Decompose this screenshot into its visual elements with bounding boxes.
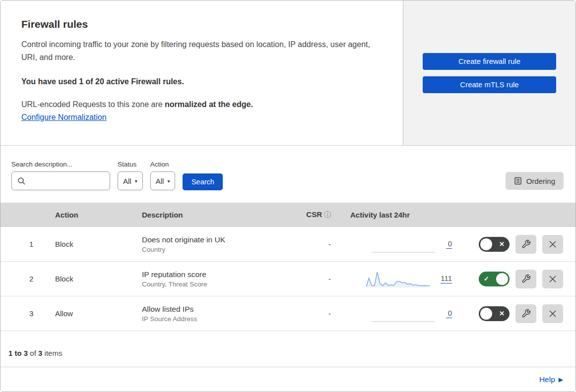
toggle-state-icon: ✕ (499, 240, 505, 248)
status-filter-group: Status All ▾ (118, 161, 143, 190)
create-mtls-rule-button[interactable]: Create mTLS rule (423, 76, 556, 93)
activity-sparkline (372, 235, 435, 253)
pagination-of: of (28, 349, 38, 357)
edit-rule-button[interactable] (515, 270, 536, 288)
activity-sparkline (366, 270, 430, 288)
configure-normalization-link[interactable]: Configure Normalization (21, 113, 107, 122)
normalization-note: URL-encoded Requests to this zone are no… (21, 100, 382, 109)
actions-panel: Create firewall rule Create mTLS rule (403, 0, 576, 146)
arrow-right-icon: ▶ (559, 376, 563, 383)
rule-description: IP reputation score (142, 270, 296, 279)
search-label: Search description... (11, 161, 110, 168)
create-firewall-rule-button[interactable]: Create firewall rule (423, 53, 556, 70)
rule-description-cell: IP reputation score Country, Threat Scor… (132, 270, 296, 288)
help-bar: Help ▶ (0, 367, 576, 392)
edit-rule-button[interactable] (515, 304, 536, 323)
search-input-wrapper[interactable] (11, 171, 110, 190)
help-link-label: Help (539, 375, 555, 384)
activity-sparkline (372, 305, 435, 323)
header-panel: Firewall rules Control incoming traffic … (0, 0, 403, 146)
activity-count-link[interactable]: 0 (446, 309, 452, 318)
csr-header-label: CSR (306, 210, 322, 219)
table-body: 1 Block Does not originate in UK Country… (0, 227, 576, 331)
rule-fields: IP Source Address (142, 315, 296, 323)
firewall-rules-card: Firewall rules Control incoming traffic … (0, 0, 576, 392)
rule-action: Allow (45, 309, 132, 318)
rule-priority: 2 (0, 275, 45, 283)
activity-count-link[interactable]: 0 (446, 239, 452, 249)
status-dropdown-value: All (123, 177, 131, 185)
rule-description-cell: Does not originate in UK Country (132, 235, 296, 253)
ordering-button-label: Ordering (526, 177, 555, 185)
rule-enabled-toggle[interactable]: ✓ (479, 272, 510, 286)
usage-summary: You have used 1 of 20 active Firewall ru… (21, 77, 382, 86)
pagination-summary: 1 to 3 of 3 items (0, 331, 576, 367)
table-row: 1 Block Does not originate in UK Country… (0, 227, 576, 262)
rule-csr: - (296, 309, 338, 318)
toggle-state-icon: ✓ (484, 275, 489, 282)
status-dropdown[interactable]: All ▾ (118, 171, 143, 190)
rule-activity-cell: 0 (338, 235, 462, 253)
rule-activity-cell: 0 (338, 305, 462, 323)
normalization-bold: normalized at the edge. (165, 100, 253, 109)
rule-fields: Country, Threat Score (142, 280, 296, 288)
edit-rule-button[interactable] (515, 235, 536, 254)
rule-priority: 3 (0, 309, 45, 318)
rule-action: Block (45, 275, 132, 283)
toggle-knob (480, 238, 492, 250)
rule-controls: ✕ (462, 304, 576, 323)
column-header-description: Description (132, 211, 296, 219)
toggle-knob (480, 308, 492, 320)
rule-enabled-toggle[interactable]: ✕ (479, 306, 510, 321)
table-row: 2 Block IP reputation score Country, Thr… (0, 262, 576, 296)
delete-rule-button[interactable] (542, 270, 563, 288)
pagination-items: items (42, 349, 62, 357)
list-document-icon (514, 177, 522, 185)
wrench-icon (521, 274, 531, 283)
toggle-knob (496, 273, 508, 285)
action-dropdown[interactable]: All ▾ (150, 171, 176, 190)
top-section: Firewall rules Control incoming traffic … (0, 0, 576, 146)
rule-enabled-toggle[interactable]: ✕ (479, 237, 510, 252)
delete-rule-button[interactable] (542, 235, 563, 254)
wrench-icon (521, 239, 531, 249)
action-dropdown-value: All (156, 177, 164, 185)
column-header-action: Action (45, 211, 132, 219)
search-group: Search description... (11, 161, 110, 190)
close-icon (548, 240, 557, 249)
close-icon (548, 309, 557, 318)
rule-priority: 1 (0, 240, 45, 248)
rule-fields: Country (142, 246, 296, 253)
chevron-down-icon: ▾ (167, 178, 170, 184)
rule-action: Block (45, 240, 132, 248)
search-icon (17, 177, 26, 185)
chevron-down-icon: ▾ (135, 178, 137, 184)
page-title: Firewall rules (21, 18, 382, 30)
activity-count-link[interactable]: 111 (441, 274, 452, 283)
normalization-text: URL-encoded Requests to this zone are (21, 100, 165, 109)
search-button[interactable]: Search (183, 173, 223, 190)
table-row: 3 Allow Allow listed IPs IP Source Addre… (0, 296, 576, 331)
ordering-button[interactable]: Ordering (506, 172, 564, 190)
rule-controls: ✓ (462, 270, 576, 288)
status-label: Status (118, 161, 143, 168)
toggle-state-icon: ✕ (499, 310, 505, 317)
rule-csr: - (296, 240, 338, 248)
help-link[interactable]: Help ▶ (539, 375, 563, 384)
rule-description-cell: Allow listed IPs IP Source Address (132, 305, 296, 323)
table-header-row: Action Description CSRⓘ Activity last 24… (0, 203, 576, 227)
column-header-csr: CSRⓘ (296, 210, 338, 220)
delete-rule-button[interactable] (542, 304, 563, 323)
header-description: Control incoming traffic to your zone by… (21, 38, 382, 64)
action-label: Action (150, 161, 176, 168)
column-header-activity: Activity last 24hr (338, 211, 462, 219)
wrench-icon (521, 309, 531, 318)
pagination-range: 1 to 3 (8, 349, 28, 357)
filter-bar: Search description... Status All ▾ Actio… (0, 146, 576, 203)
close-icon (548, 275, 557, 283)
search-input[interactable] (12, 172, 110, 190)
rule-activity-cell: 111 (338, 270, 462, 288)
rule-description: Does not originate in UK (142, 235, 296, 244)
info-icon[interactable]: ⓘ (324, 211, 331, 219)
action-filter-group: Action All ▾ (150, 161, 176, 190)
